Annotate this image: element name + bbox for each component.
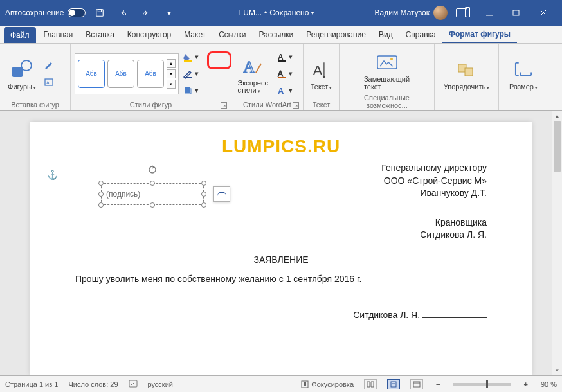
- tab-insert[interactable]: Вставка: [79, 26, 121, 43]
- tab-review[interactable]: Рецензирование: [300, 26, 372, 43]
- wordart-styles-button[interactable]: A Экспресс- стили: [235, 50, 273, 98]
- document-area[interactable]: LUMPICS.RU ⚓ Генеральному директору ООО …: [0, 111, 562, 375]
- status-page[interactable]: Страница 1 из 1: [5, 380, 58, 388]
- status-words[interactable]: Число слов: 29: [68, 380, 118, 388]
- shape-style-1[interactable]: Абв: [78, 60, 105, 88]
- window-titlebar: Автосохранение ▾ LUM... • Сохранено ▾ Ва…: [0, 0, 562, 26]
- tab-home[interactable]: Главная: [37, 26, 80, 43]
- text-tools-button[interactable]: A Текст: [307, 50, 335, 98]
- zoom-level[interactable]: 90 %: [541, 380, 557, 388]
- close-button[interactable]: [530, 0, 557, 26]
- scroll-track[interactable]: [552, 121, 562, 365]
- view-read-button[interactable]: [364, 379, 377, 389]
- wordart-launcher[interactable]: [293, 102, 299, 109]
- status-language[interactable]: русский: [148, 380, 173, 388]
- zoom-in-button[interactable]: +: [521, 380, 530, 388]
- sender-block: Крановщика Ситдикова Л. Я.: [75, 217, 487, 242]
- size-button[interactable]: Размер: [505, 50, 541, 98]
- page: LUMPICS.RU ⚓ Генеральному директору ООО …: [30, 122, 532, 375]
- user-name: Вадим Матузок: [375, 8, 430, 17]
- selected-textbox-shape[interactable]: (подпись): [101, 183, 204, 205]
- zoom-slider-knob[interactable]: [486, 380, 488, 388]
- shapes-gallery-button[interactable]: Фигуры: [4, 50, 40, 98]
- empty-label-1: [439, 101, 494, 110]
- autosave-toggle[interactable]: Автосохранение: [5, 8, 86, 17]
- shape-styles-launcher[interactable]: [221, 102, 227, 109]
- maximize-button[interactable]: [503, 0, 530, 26]
- tab-mailings[interactable]: Рассылки: [252, 26, 300, 43]
- layout-options-button[interactable]: [213, 186, 230, 202]
- tab-help[interactable]: Справка: [399, 26, 442, 43]
- arrange-button[interactable]: Упорядочить: [441, 50, 493, 98]
- resize-handle-ml[interactable]: [98, 192, 104, 197]
- resize-handle-bl[interactable]: [98, 202, 104, 208]
- arrange-icon: [456, 59, 478, 81]
- resize-handle-tm[interactable]: [150, 181, 155, 186]
- group-arrange: Упорядочить: [435, 44, 499, 110]
- shape-style-gallery[interactable]: Абв Абв Абв ▲ ▼ ▾: [75, 53, 179, 94]
- alt-text-button[interactable]: Замещающий текст: [358, 46, 416, 94]
- document-caption: ЗАЯВЛЕНИЕ: [75, 254, 487, 265]
- doc-name: LUM...: [239, 8, 262, 17]
- tab-view[interactable]: Вид: [372, 26, 399, 43]
- undo-button[interactable]: [114, 4, 132, 22]
- zoom-out-button[interactable]: −: [433, 380, 442, 388]
- svg-point-20: [390, 58, 393, 60]
- shape-outline-button[interactable]: ▾: [180, 67, 201, 81]
- shapes-icon: [11, 59, 33, 81]
- layout-options-icon: [217, 192, 226, 197]
- ribbon-options-icon: [456, 8, 467, 17]
- text-effects-button[interactable]: A▾: [274, 84, 295, 98]
- svg-point-5: [21, 60, 32, 71]
- vertical-scrollbar[interactable]: ▲ ▼: [552, 111, 562, 375]
- minimize-button[interactable]: [476, 0, 503, 26]
- gallery-down-button[interactable]: ▼: [167, 69, 176, 78]
- resize-handle-tl[interactable]: [98, 181, 104, 186]
- focus-mode-button[interactable]: Фокусировка: [301, 380, 354, 388]
- tab-layout[interactable]: Макет: [177, 26, 212, 43]
- svg-text:A: A: [313, 62, 322, 77]
- draw-textbox-button[interactable]: A: [41, 75, 57, 89]
- empty-label-2: [503, 101, 544, 110]
- resize-handle-bm[interactable]: [150, 202, 155, 208]
- rotate-handle[interactable]: [148, 165, 157, 174]
- scroll-down-button[interactable]: ▼: [552, 365, 562, 375]
- shape-fill-button[interactable]: ▾: [180, 50, 201, 64]
- tab-shape-format[interactable]: Формат фигуры: [442, 26, 517, 43]
- ribbon-tabs: Файл Главная Вставка Конструктор Макет С…: [0, 26, 562, 44]
- save-button[interactable]: [91, 4, 109, 22]
- window-controls: [476, 0, 557, 26]
- view-web-button[interactable]: [410, 379, 423, 389]
- gallery-up-button[interactable]: ▲: [167, 59, 176, 68]
- tab-references[interactable]: Ссылки: [212, 26, 252, 43]
- qat-more-button[interactable]: ▾: [160, 4, 178, 22]
- resize-handle-tr[interactable]: [201, 181, 206, 186]
- resize-handle-mr[interactable]: [201, 192, 206, 197]
- shape-style-3[interactable]: Абв: [137, 60, 164, 88]
- shape-style-2[interactable]: Абв: [107, 60, 134, 88]
- text-fill-button[interactable]: A▾: [274, 50, 295, 64]
- scroll-thumb[interactable]: [554, 121, 561, 172]
- anchor-icon[interactable]: ⚓: [47, 170, 58, 180]
- tab-design[interactable]: Конструктор: [121, 26, 177, 43]
- user-account-button[interactable]: Вадим Матузок: [375, 6, 448, 20]
- group-label-wordart: Стили WordArt: [235, 101, 299, 110]
- wordart-label: Экспресс- стили: [237, 80, 270, 94]
- text-outline-button[interactable]: A▾: [274, 67, 295, 81]
- resize-handle-br[interactable]: [201, 202, 206, 208]
- svg-text:A: A: [278, 86, 284, 96]
- shape-effects-button[interactable]: ▾: [180, 84, 201, 98]
- svg-text:A: A: [46, 80, 50, 85]
- group-text: A Текст Текст: [304, 44, 340, 110]
- group-label-accessibility: Специальные возможнос...: [343, 94, 430, 111]
- tab-file[interactable]: Файл: [4, 27, 36, 43]
- avatar: [433, 6, 448, 20]
- redo-button[interactable]: [137, 4, 155, 22]
- view-print-button[interactable]: [387, 379, 400, 389]
- zoom-slider[interactable]: [453, 383, 511, 386]
- ribbon-display-options-button[interactable]: [453, 4, 471, 22]
- edit-shape-button[interactable]: [41, 58, 57, 73]
- proofing-icon[interactable]: [129, 379, 138, 389]
- gallery-more-button[interactable]: ▾: [167, 80, 176, 89]
- scroll-up-button[interactable]: ▲: [552, 111, 562, 121]
